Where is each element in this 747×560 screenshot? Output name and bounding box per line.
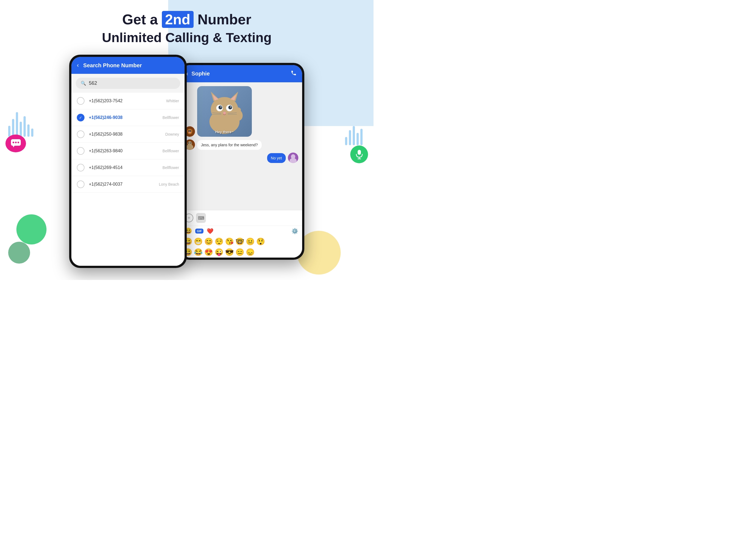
number-list: +1(562)203-7542 Whittier ✓ +1(562)246-90… [71, 93, 185, 266]
svg-point-13 [188, 130, 190, 132]
settings-gear-icon[interactable]: ⚙️ [291, 228, 298, 234]
wave-bar [20, 122, 22, 137]
phone-number-4: +1(562)263-9840 [89, 149, 158, 153]
svg-point-25 [218, 105, 222, 109]
svg-point-3 [18, 142, 19, 143]
header-highlight: 2nd [162, 11, 194, 28]
emoji-toolbar: 😀 GIF ❤️ ⚙️ [181, 226, 302, 236]
wave-bar [31, 128, 33, 137]
phone-call-icon[interactable] [291, 70, 297, 77]
wave-bar [24, 116, 26, 137]
emoji-8[interactable]: 😲 [256, 237, 265, 246]
radio-unselected-4[interactable] [77, 147, 84, 155]
keyboard-button[interactable]: ⌨ [196, 213, 206, 223]
radio-unselected-5[interactable] [77, 164, 84, 172]
incoming-message-text: Jess, any plans for the weekend? [201, 143, 258, 147]
svg-point-2 [15, 142, 17, 143]
header-title: Get a 2nd Number [0, 11, 374, 28]
svg-point-12 [187, 129, 192, 134]
radio-unselected-3[interactable] [77, 130, 84, 138]
city-4: Bellflower [162, 149, 179, 153]
emoji-r2-6[interactable]: 😑 [235, 248, 244, 256]
incoming-text-message: Jess, any plans for the weekend? [185, 139, 298, 150]
search-bar-container: 🔍 562 [71, 74, 185, 93]
emoji-6[interactable]: 🤓 [235, 237, 244, 246]
phone-number-2: +1(562)246-9038 [89, 115, 158, 120]
chat-input-area: + ⌨ 😀 GIF ❤️ ⚙️ 😀 😁 😊 😌 😘 🤓 😐 [181, 210, 302, 258]
emoji-7[interactable]: 😐 [246, 237, 255, 246]
phone-left: ‹ Search Phone Number 🔍 562 +1(562)203-7… [69, 55, 187, 268]
svg-rect-5 [358, 150, 361, 155]
emoji-r2-7[interactable]: 😞 [246, 248, 255, 256]
wave-bar [357, 133, 359, 145]
emoji-3[interactable]: 😊 [204, 237, 213, 246]
outgoing-text-message: No yet [185, 153, 298, 163]
gif-button[interactable]: GIF [195, 229, 203, 233]
header-prefix: Get a [122, 11, 162, 27]
wave-bar [12, 119, 14, 137]
incoming-image-message: Hey there~ [185, 86, 298, 137]
chat-contact-name: Sophie [191, 71, 210, 77]
phone-number-1: +1(562)203-7542 [89, 98, 162, 103]
svg-point-40 [190, 143, 191, 144]
header-suffix: Number [194, 11, 251, 27]
phone-screen-right: ‹ Sophie [181, 65, 302, 258]
emoji-r2-5[interactable]: 😎 [225, 248, 234, 256]
chat-messages: Hey there~ Jess [181, 82, 302, 210]
header-subtitle: Unlimited Calling & Texting [0, 30, 374, 45]
number-row-1[interactable]: +1(562)203-7542 Whittier [71, 93, 185, 109]
svg-marker-4 [13, 146, 15, 147]
phone-header-blue: ‹ Search Phone Number [71, 57, 185, 74]
emoji-r2-2[interactable]: 😂 [194, 248, 203, 256]
search-phone-title: Search Phone Number [83, 62, 142, 69]
sound-waves-left [8, 112, 33, 137]
emoji-r2-3[interactable]: 😍 [204, 248, 213, 256]
outgoing-message-text: No yet [271, 156, 282, 160]
svg-point-27 [221, 106, 222, 107]
search-bar[interactable]: 🔍 562 [76, 78, 180, 89]
heart-emoji[interactable]: ❤️ [207, 228, 213, 234]
number-row-4[interactable]: +1(562)263-9840 Bellflower [71, 143, 185, 159]
city-3: Downey [165, 132, 179, 136]
bg-circle-dark-green [8, 242, 30, 263]
header-section: Get a 2nd Number Unlimited Calling & Tex… [0, 11, 374, 45]
emoji-row-2: 😀 😂 😍 😜 😎 😑 😞 [181, 247, 302, 258]
emoji-2[interactable]: 😁 [194, 237, 203, 246]
radio-unselected-6[interactable] [77, 180, 84, 188]
wave-bar [16, 112, 18, 137]
phone-number-5: +1(562)269-4514 [89, 165, 158, 170]
svg-point-39 [188, 143, 189, 144]
search-icon: 🔍 [81, 81, 86, 86]
search-input-value[interactable]: 562 [89, 80, 97, 86]
phone-number-3: +1(562)250-9838 [89, 132, 161, 137]
wave-bar [360, 129, 363, 145]
phone-number-6: +1(562)274-0037 [89, 182, 154, 187]
number-row-3[interactable]: +1(562)250-9838 Downey [71, 126, 185, 143]
hey-there-caption: Hey there~ [215, 130, 234, 134]
emoji-5[interactable]: 😘 [225, 237, 234, 246]
phone-screen-left: ‹ Search Phone Number 🔍 562 +1(562)203-7… [71, 57, 185, 266]
wave-bar [345, 137, 347, 145]
chat-bubble-icon [5, 134, 26, 152]
incoming-bubble: Jess, any plans for the weekend? [197, 140, 262, 150]
emoji-r2-4[interactable]: 😜 [215, 248, 223, 256]
emoji-row-1: 😀 😁 😊 😌 😘 🤓 😐 😲 [181, 236, 302, 247]
number-row-6[interactable]: +1(562)274-0037 Lony Beach [71, 176, 185, 193]
back-arrow-icon[interactable]: ‹ [77, 62, 79, 69]
radio-selected-2[interactable]: ✓ [77, 114, 84, 121]
phones-container: ‹ Search Phone Number 🔍 562 +1(562)203-7… [36, 55, 337, 268]
chat-input-row: + ⌨ [181, 210, 302, 226]
wave-bar [27, 124, 29, 137]
svg-point-26 [228, 105, 232, 109]
user-avatar [288, 153, 298, 163]
number-row-2[interactable]: ✓ +1(562)246-9038 Bellflower [71, 109, 185, 126]
mic-icon-circle [350, 146, 368, 163]
radio-unselected-1[interactable] [77, 97, 84, 105]
emoji-4[interactable]: 😌 [215, 237, 223, 246]
svg-point-28 [230, 106, 231, 107]
number-row-5[interactable]: +1(562)269-4514 Bellflower [71, 159, 185, 176]
chat-header: ‹ Sophie [181, 65, 302, 82]
chat-header-left: ‹ Sophie [186, 70, 210, 77]
svg-point-14 [190, 130, 191, 132]
cat-image-bubble: Hey there~ [197, 86, 252, 137]
